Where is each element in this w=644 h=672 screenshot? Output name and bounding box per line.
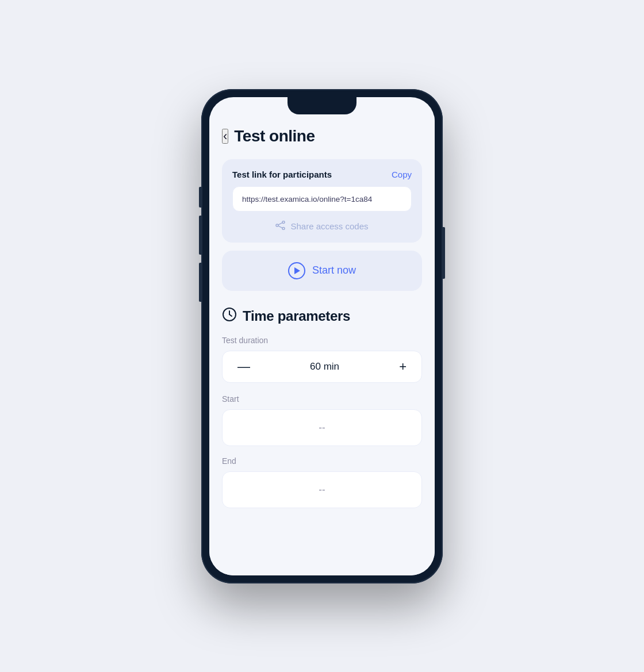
- svg-point-0: [282, 221, 285, 223]
- card-title: Test link for participants: [232, 170, 332, 179]
- volume-down-button: [199, 263, 201, 302]
- start-now-label: Start now: [312, 264, 356, 277]
- notch: [288, 97, 356, 114]
- duration-value: 60 min: [310, 361, 339, 373]
- decrement-button[interactable]: —: [234, 360, 254, 373]
- svg-line-7: [229, 314, 232, 316]
- page-title: Test online: [234, 127, 315, 145]
- start-now-button[interactable]: Start now: [222, 251, 422, 291]
- section-title: Time parameters: [243, 308, 350, 324]
- share-access-button[interactable]: Share access codes: [232, 218, 412, 235]
- clock-icon: [222, 307, 237, 325]
- duration-label: Test duration: [222, 336, 422, 345]
- copy-button[interactable]: Copy: [392, 170, 412, 179]
- bottom-spacer: [222, 519, 422, 536]
- power-button: [443, 227, 445, 279]
- svg-point-2: [276, 224, 278, 226]
- end-field-section: End --: [222, 456, 422, 508]
- mute-button: [199, 187, 201, 208]
- svg-line-4: [278, 225, 282, 228]
- link-url-text: https://test.examica.io/online?t=1ca84: [242, 195, 372, 203]
- svg-point-1: [282, 227, 285, 229]
- link-input-box: https://test.examica.io/online?t=1ca84: [232, 186, 412, 212]
- start-field-section: Start --: [222, 394, 422, 446]
- volume-up-button: [199, 216, 201, 255]
- screen-content: ‹ Test online Test link for participants…: [209, 116, 435, 575]
- increment-button[interactable]: +: [396, 360, 410, 373]
- section-header: Time parameters: [222, 307, 422, 325]
- start-placeholder: --: [319, 422, 325, 433]
- share-icon: [275, 221, 286, 232]
- svg-line-3: [278, 222, 282, 225]
- start-field-box[interactable]: --: [222, 409, 422, 446]
- phone-device: ‹ Test online Test link for participants…: [201, 89, 443, 583]
- start-label: Start: [222, 394, 422, 404]
- card-header: Test link for participants Copy: [232, 170, 412, 179]
- end-placeholder: --: [319, 484, 325, 496]
- page-header: ‹ Test online: [222, 127, 422, 145]
- back-button[interactable]: ‹: [222, 129, 228, 144]
- phone-screen: ‹ Test online Test link for participants…: [209, 97, 435, 575]
- play-icon: [288, 262, 305, 279]
- duration-stepper: — 60 min +: [222, 351, 422, 383]
- share-access-label: Share access codes: [290, 221, 368, 231]
- end-label: End: [222, 456, 422, 466]
- play-triangle: [294, 267, 300, 274]
- test-link-card: Test link for participants Copy https://…: [222, 159, 422, 243]
- duration-field-section: Test duration — 60 min +: [222, 336, 422, 383]
- end-field-box[interactable]: --: [222, 471, 422, 508]
